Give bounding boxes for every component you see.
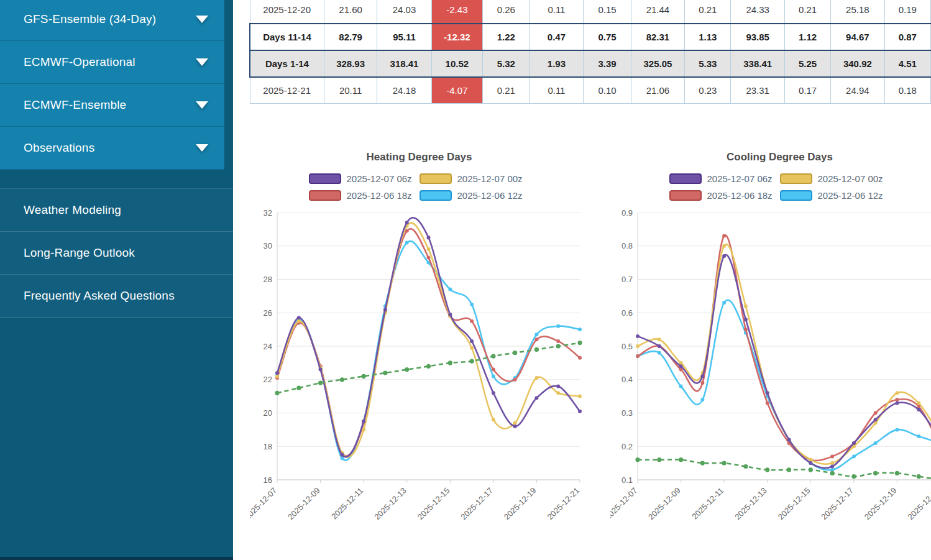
- sidebar-item-label: Observations: [24, 141, 94, 155]
- svg-text:2025-12-07: 2025-12-07: [610, 486, 639, 522]
- table-row: Days 1-14328.93318.4110.525.321.933.3932…: [250, 50, 931, 77]
- legend-swatch: [420, 173, 452, 184]
- legend-item-2025-12-06-12z[interactable]: 2025-12-06 12z: [780, 187, 891, 204]
- table-cell: 24.18: [377, 77, 431, 104]
- table-row: Days 11-1482.7995.11-12.321.220.470.7582…: [250, 24, 931, 50]
- svg-text:30: 30: [264, 241, 272, 250]
- legend-item-2025-12-06-18z[interactable]: 2025-12-06 18z: [669, 187, 780, 204]
- table-cell: 24.03: [377, 0, 431, 24]
- table-cell: 0.75: [584, 24, 631, 50]
- svg-text:2025-12-11: 2025-12-11: [329, 486, 365, 521]
- table-cell: 21.60: [324, 0, 377, 24]
- table-cell: 1.93: [530, 50, 584, 77]
- svg-text:0.3: 0.3: [621, 408, 633, 418]
- chart-cooling-degree-days: Cooling Degree Days 2025-12-07 06z2025-1…: [610, 149, 931, 544]
- svg-text:2025-12-13: 2025-12-13: [372, 486, 408, 522]
- row-label: 2025-12-21: [250, 77, 324, 104]
- legend-label: 2025-12-07 06z: [707, 173, 773, 184]
- table-cell: 0.15: [584, 0, 631, 24]
- sidebar-item-label: Long-Range Outlook: [24, 246, 135, 260]
- legend-item-2025-12-07-06z[interactable]: 2025-12-07 06z: [309, 170, 420, 187]
- table-cell: 1.22: [483, 24, 530, 50]
- svg-text:2025-12-11: 2025-12-11: [690, 486, 725, 521]
- table-cell: 23.31: [731, 77, 784, 104]
- chart-heating-degree-days: Heating Degree Days 2025-12-07 06z2025-1…: [250, 149, 589, 544]
- svg-text:32: 32: [264, 208, 272, 218]
- legend-label: 2025-12-07 06z: [347, 173, 412, 184]
- table-cell: -12.32: [431, 24, 482, 50]
- svg-text:2025-12-13: 2025-12-13: [733, 486, 769, 522]
- table-cell: 82.79: [324, 24, 377, 50]
- legend-item-2025-12-06-18z[interactable]: 2025-12-06 18z: [309, 187, 420, 204]
- svg-text:0.5: 0.5: [621, 342, 633, 351]
- chart-plot: 0.10.20.30.40.50.60.70.80.92025-12-07202…: [610, 205, 931, 544]
- legend-label: 2025-12-06 12z: [457, 190, 523, 201]
- legend-label: 2025-12-07 00z: [818, 173, 883, 184]
- table-cell: 0.11: [530, 0, 584, 24]
- svg-text:2025-12-19: 2025-12-19: [863, 486, 899, 522]
- chevron-down-icon: [196, 101, 208, 109]
- svg-text:20: 20: [264, 408, 272, 418]
- legend-swatch: [669, 173, 702, 184]
- legend-swatch: [780, 173, 812, 184]
- sidebar-item-ecmwf-ensemble[interactable]: ECMWF-Ensemble: [0, 84, 224, 127]
- sidebar-item-label: Weather Modeling: [24, 203, 121, 217]
- legend-swatch: [309, 173, 341, 184]
- sidebar-item-label: ECMWF-Operational: [24, 55, 135, 69]
- svg-text:16: 16: [264, 475, 272, 485]
- sidebar-item-long-range-outlook[interactable]: Long-Range Outlook: [0, 232, 233, 275]
- table-cell: 93.85: [731, 24, 784, 50]
- svg-text:2025-12-21: 2025-12-21: [906, 486, 931, 522]
- chart-legend: 2025-12-07 06z2025-12-07 00z2025-12-06 1…: [662, 170, 898, 204]
- legend-item-2025-12-06-12z[interactable]: 2025-12-06 12z: [420, 187, 530, 204]
- legend-swatch: [669, 190, 702, 201]
- table-cell: 0.87: [884, 24, 930, 50]
- sidebar-bottom-strip: [0, 557, 233, 560]
- legend-item-2025-12-07-06z[interactable]: 2025-12-07 06z: [669, 170, 780, 187]
- svg-text:2025-12-07: 2025-12-07: [250, 486, 278, 522]
- svg-text:28: 28: [264, 275, 272, 284]
- chart-plot: 1618202224262830322025-12-072025-12-0920…: [250, 205, 589, 544]
- chart-title: Cooling Degree Days: [610, 149, 931, 165]
- legend-label: 2025-12-06 18z: [707, 190, 773, 201]
- chevron-down-icon: [196, 16, 208, 23]
- forecast-table-wrap: 2025-12-2021.6024.03-2.430.260.110.1521.…: [249, 0, 931, 104]
- row-label: 2025-12-20: [250, 0, 324, 24]
- svg-text:2025-12-09: 2025-12-09: [646, 486, 682, 522]
- svg-text:2025-12-09: 2025-12-09: [286, 486, 322, 522]
- sidebar-item-frequently-asked-questions[interactable]: Frequently Asked Questions: [0, 275, 233, 318]
- sidebar-item-gfs-ensemble-34-day[interactable]: GFS-Ensemble (34-Day): [0, 0, 224, 41]
- table-cell: 318.41: [377, 50, 431, 77]
- sidebar: GFS-Ensemble (34-Day)ECMWF-OperationalEC…: [0, 0, 233, 560]
- table-cell: 5.25: [784, 50, 830, 77]
- sidebar-item-observations[interactable]: Observations: [0, 127, 224, 170]
- sidebar-bottom-menu: Weather ModelingLong-Range OutlookFreque…: [0, 188, 233, 318]
- table-row: 2025-12-2120.1124.18-4.070.210.110.1021.…: [250, 77, 931, 104]
- legend-label: 2025-12-07 00z: [457, 173, 523, 184]
- legend-item-2025-12-07-00z[interactable]: 2025-12-07 00z: [780, 170, 891, 187]
- table-cell: 0.21: [784, 0, 830, 24]
- table-cell: 0.11: [530, 77, 584, 104]
- svg-text:2025-12-15: 2025-12-15: [776, 486, 812, 522]
- table-cell: 24.33: [731, 0, 784, 24]
- table-cell: 0.18: [884, 77, 930, 104]
- table-cell: 4.51: [884, 50, 930, 77]
- legend-label: 2025-12-06 12z: [818, 190, 883, 201]
- table-cell: 1.12: [784, 24, 830, 50]
- svg-text:26: 26: [264, 308, 272, 318]
- legend-item-2025-12-07-00z[interactable]: 2025-12-07 00z: [420, 170, 530, 187]
- forecast-table: 2025-12-2021.6024.03-2.430.260.110.1521.…: [249, 0, 931, 104]
- table-cell: 325.05: [631, 50, 684, 77]
- row-label: Days 1-14: [250, 50, 324, 77]
- table-cell: 328.93: [324, 50, 377, 77]
- sidebar-item-weather-modeling[interactable]: Weather Modeling: [0, 189, 233, 232]
- table-cell: 21.44: [631, 0, 684, 24]
- table-cell: 3.39: [584, 50, 631, 77]
- table-cell: 338.41: [731, 50, 784, 77]
- sidebar-item-ecmwf-operational[interactable]: ECMWF-Operational: [0, 41, 224, 84]
- table-cell: 25.18: [831, 0, 884, 24]
- table-cell: 82.31: [631, 24, 684, 50]
- table-cell: 21.06: [631, 77, 684, 104]
- table-row: 2025-12-2021.6024.03-2.430.260.110.1521.…: [250, 0, 931, 24]
- svg-text:2025-12-21: 2025-12-21: [545, 486, 581, 522]
